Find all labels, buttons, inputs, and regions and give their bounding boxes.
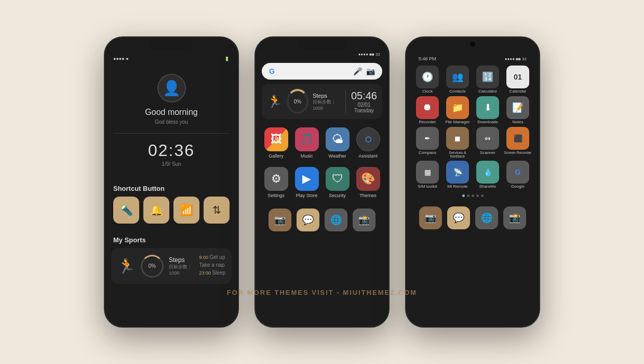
playstore-label: Play Store — [296, 193, 318, 198]
miremote-label: MI Remote — [447, 185, 467, 189]
progress-circle-2: 0% — [287, 89, 308, 114]
app-shareme[interactable]: 💧 ShareMe — [474, 161, 502, 189]
steps-percent-1: 0% — [149, 263, 156, 269]
widget-time: 05:46 — [351, 90, 377, 102]
schedule-label-1: Get up — [209, 254, 225, 260]
shortcut-wifi[interactable]: 📶 — [173, 197, 199, 224]
sports-section: 🏃 0% Steps 目标步数：1000 9:00 Get up — [105, 248, 238, 284]
scanner-icon: ⇔ — [476, 127, 499, 150]
settings-label: Settings — [267, 193, 285, 198]
app-miremote[interactable]: 📡 MI Remote — [444, 161, 472, 189]
clock-date: 1/9/ Sun — [148, 161, 195, 167]
shareme-icon: 💧 — [476, 161, 499, 184]
status-bar-3: 5:46 PM ●●●● ■■ 32 — [410, 52, 535, 63]
app-google[interactable]: G Google — [504, 161, 532, 189]
app-screenrecorder[interactable]: ⬛ Screen Recorder — [504, 127, 532, 159]
screenrecorder-label: Screen Recorder — [504, 151, 532, 155]
shortcut-adjust[interactable]: ⇅ — [204, 197, 230, 224]
app-scanner[interactable]: ⇔ Scanner — [474, 127, 502, 159]
app-themes[interactable]: 🎨 Themes — [354, 167, 382, 198]
app-services[interactable]: ◼ Services & feedback — [444, 127, 472, 159]
bottom-dock-3: 📷 💬 🌐 📸 — [410, 202, 535, 233]
calculator-label: Calculator — [478, 89, 497, 94]
app-weather[interactable]: 🌤 Weather — [323, 127, 352, 159]
app-compass[interactable]: ✒ Compass — [413, 127, 441, 159]
mic-icon[interactable]: 🎤 — [353, 67, 362, 75]
screenrecorder-icon: ⬛ — [506, 127, 529, 150]
shortcut-buttons: 🔦 🔔 📶 ⇅ — [105, 197, 238, 230]
app-downloads[interactable]: ⬇ Downloads — [474, 96, 502, 125]
phone1-content: ●●●● ● 🔋 👤 Good morning God bless you 02… — [105, 37, 238, 284]
app-assistant[interactable]: ⬡ Assistant — [354, 127, 382, 159]
app-filemanager[interactable]: 📁 File Manager — [444, 96, 472, 125]
run-icon: 🏃 — [117, 257, 136, 275]
app-gallery[interactable]: 🖼 Gallery — [262, 127, 290, 159]
dock-screenshot-3[interactable]: 📸 — [503, 206, 526, 229]
steps-label-1: Steps — [169, 256, 194, 264]
page-dots — [410, 191, 535, 200]
app-settings[interactable]: ⚙ Settings — [262, 167, 290, 198]
app-recorder[interactable]: ⏺ Recorder — [413, 96, 441, 125]
steps-percent-2: 0% — [294, 99, 301, 105]
compass-icon: ✒ — [416, 127, 439, 150]
dock-camera[interactable]: 📷 — [269, 209, 291, 231]
dock-chrome[interactable]: 🌐 — [325, 209, 347, 231]
app-security[interactable]: 🛡 Security — [323, 167, 352, 198]
signal-3: ●●●● ■■ 32 — [505, 57, 527, 61]
simtoolkit-icon: ▦ — [416, 161, 439, 184]
shortcut-flashlight[interactable]: 🔦 — [113, 197, 139, 224]
calendar-icon: 01 — [506, 66, 529, 88]
shortcut-bell[interactable]: 🔔 — [143, 197, 169, 224]
phone3-content: 5:46 PM ●●●● ■■ 32 🕐 Clock 👥 Contacts — [406, 37, 539, 236]
dock-chrome-3[interactable]: 🌐 — [475, 206, 498, 229]
downloads-icon: ⬇ — [476, 96, 499, 119]
app-playstore[interactable]: ▶ Play Store — [292, 167, 321, 198]
music-icon: 🎵 — [295, 127, 319, 151]
settings-icon: ⚙ — [264, 167, 288, 191]
steps-label-2: Steps — [313, 93, 341, 99]
google-label: Google — [511, 185, 525, 189]
phone-2: ●●●● ■■ 32 G 🎤 📷 🏃 0% — [254, 36, 390, 328]
notes-icon: 📝 — [506, 96, 529, 119]
steps-info-2: Steps 目标步数：1000 — [313, 93, 341, 111]
google-logo: G — [269, 67, 275, 75]
punch-hole-3 — [470, 42, 475, 47]
bottom-dock-2: 📷 💬 🌐 📸 — [256, 204, 388, 236]
lens-icon[interactable]: 📷 — [366, 67, 375, 75]
phone-1-screen: ●●●● ● 🔋 👤 Good morning God bless you 02… — [105, 37, 238, 327]
status-icons-1: 🔋 — [224, 57, 230, 61]
app-grid-full: 🕐 Clock 👥 Contacts 🔢 Calculator 01 Calen… — [410, 63, 535, 191]
app-clock[interactable]: 🕐 Clock — [413, 66, 441, 94]
phone2-content: ●●●● ■■ 32 G 🎤 📷 🏃 0% — [256, 37, 388, 236]
status-bar-1: ●●●● ● 🔋 — [105, 52, 238, 63]
clock-display: 02:36 1/9/ Sun — [148, 136, 195, 170]
status-icons-3: ●●●● ■■ 32 — [505, 57, 527, 61]
app-calculator[interactable]: 🔢 Calculator — [474, 66, 502, 94]
schedule-label-2: Take a nap — [199, 262, 224, 268]
services-icon: ◼ — [446, 127, 469, 150]
schedule-list: 9:00 Get up Take a nap 23:00 Sleep — [199, 254, 225, 278]
gallery-icon: 🖼 — [264, 127, 288, 151]
app-grid-row2: ⚙ Settings ▶ Play Store 🛡 Security 🎨 The… — [256, 163, 388, 202]
signal-2: ●●●● ■■ 32 — [358, 52, 380, 57]
app-music[interactable]: 🎵 Music — [292, 127, 321, 159]
phones-container: ●●●● ● 🔋 👤 Good morning God bless you 02… — [104, 36, 540, 328]
steps-widget-2: 🏃 0% Steps 目标步数：1000 05:46 02/01 Tuesday — [262, 84, 382, 119]
widget-day: Tuesday — [351, 108, 377, 113]
app-notes[interactable]: 📝 Notes — [504, 96, 532, 125]
schedule-item-1: 9:00 Get up — [199, 254, 225, 260]
dock-camera-3[interactable]: 📷 — [419, 206, 442, 229]
compass-label: Compass — [419, 151, 436, 155]
gallery-label: Gallery — [269, 153, 284, 159]
app-simtoolkit[interactable]: ▦ SIM toolkit — [413, 161, 441, 189]
phone-2-screen: ●●●● ■■ 32 G 🎤 📷 🏃 0% — [256, 37, 388, 327]
status-time-3: 5:46 PM — [419, 56, 436, 61]
app-calendar[interactable]: 01 Calendar — [504, 66, 532, 94]
sports-widget: 🏃 0% Steps 目标步数：1000 9:00 Get up — [111, 248, 232, 284]
schedule-time-1: 9:00 — [199, 255, 209, 260]
search-bar[interactable]: G 🎤 📷 — [262, 63, 382, 80]
dock-screenshot[interactable]: 📸 — [353, 209, 375, 231]
app-contacts[interactable]: 👥 Contacts — [444, 66, 472, 94]
dock-messages[interactable]: 💬 — [297, 209, 319, 231]
dock-messages-3[interactable]: 💬 — [447, 206, 470, 229]
